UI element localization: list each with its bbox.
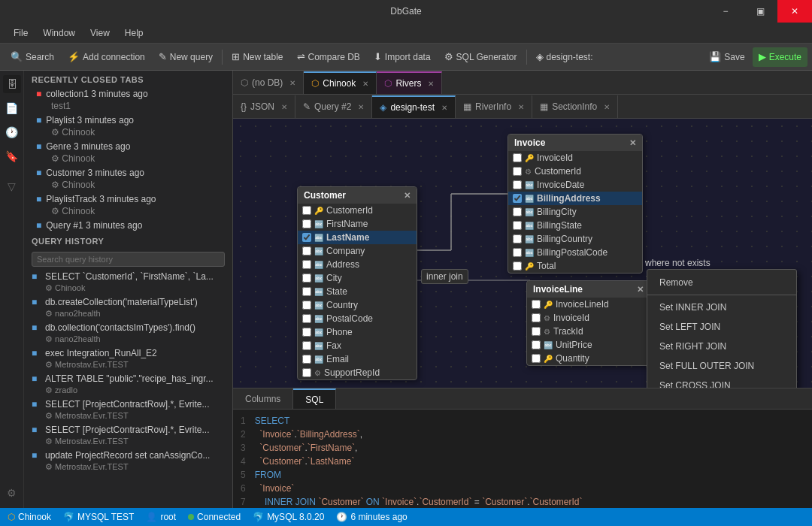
compare-db-button[interactable]: ⇌ Compare DB	[291, 47, 366, 67]
invoice-row-invoiceid[interactable]: 🔑InvoiceId	[508, 151, 642, 165]
tab-close-query2[interactable]: ✕	[358, 103, 364, 111]
maximize-button[interactable]: ▣	[743, 0, 777, 23]
menu-window[interactable]: Window	[35, 25, 83, 41]
design-canvas[interactable]: Customer ✕ 🔑CustomerId 🔤FirstName 🔤LastN…	[233, 119, 812, 388]
invoiceline-table-card[interactable]: InvoiceLine ✕ 🔑InvoiceLineId ⚙InvoiceId …	[526, 280, 650, 366]
content-tab-row: {} JSON ✕ ✎ Query #2 ✕ ◈ design-test ✕ ▦…	[233, 95, 812, 119]
history-item-1[interactable]: ■ db.createCollection('materialTypeList'…	[24, 295, 232, 309]
customer-row-fax[interactable]: 🔤Fax	[298, 339, 417, 352]
customer-row-lastname[interactable]: 🔤LastName	[298, 231, 417, 244]
history-item-3[interactable]: ■ exec Integration_RunAll_E2	[24, 346, 232, 360]
sidebar-item-customer[interactable]: ■ Customer 3 minutes ago	[24, 166, 232, 180]
invoiceline-row-invoicelineid[interactable]: 🔑InvoiceLineId	[527, 298, 650, 311]
new-table-button[interactable]: ⊞ New table	[226, 47, 289, 67]
sidebar-item-genre[interactable]: ■ Genre 3 minutes ago	[24, 140, 232, 153]
status-root[interactable]: 👤 root	[146, 512, 176, 522]
customer-row-phone[interactable]: 🔤Phone	[298, 325, 417, 339]
ctx-set-inner-join[interactable]: Set INNER JOIN	[647, 298, 796, 317]
add-connection-button[interactable]: ⚡ Add connection	[62, 47, 151, 67]
status-mysql-test[interactable]: 🐬 MYSQL TEST	[63, 512, 134, 522]
tab-nodb[interactable]: ⬡ (no DB) ✕	[233, 71, 304, 94]
import-data-button[interactable]: ⬇ Import data	[368, 47, 437, 67]
sidebar-icon-history[interactable]: 🕐	[3, 123, 21, 141]
history-item-2[interactable]: ■ db.collection('contactsImTypes').find(…	[24, 321, 232, 334]
invoice-row-billingstate[interactable]: 🔤BillingState	[508, 219, 642, 232]
tab-json[interactable]: {} JSON ✕	[233, 95, 295, 118]
sidebar-icon-bookmark[interactable]: 🔖	[3, 147, 21, 165]
history-item-0[interactable]: ■ SELECT `CustomerId`, `FirstName`, `La.…	[24, 270, 232, 283]
invoice-row-billingcountry[interactable]: 🔤BillingCountry	[508, 232, 642, 246]
customer-row-postalcode[interactable]: 🔤PostalCode	[298, 312, 417, 325]
sidebar-icon-file[interactable]: 📄	[3, 99, 21, 117]
invoiceline-row-unitprice[interactable]: 🔤UnitPrice	[527, 338, 650, 352]
tab-close-json[interactable]: ✕	[281, 103, 287, 111]
customer-row-state[interactable]: 🔤State	[298, 285, 417, 298]
customer-table-card[interactable]: Customer ✕ 🔑CustomerId 🔤FirstName 🔤LastN…	[297, 186, 417, 380]
history-item-4[interactable]: ■ ALTER TABLE "public"."recipe_has_ingr.…	[24, 372, 232, 385]
customer-row-city[interactable]: 🔤City	[298, 271, 417, 285]
tab-designtest[interactable]: ◈ design-test ✕	[372, 95, 456, 118]
status-chinook[interactable]: ⬡ Chinook	[8, 512, 51, 522]
minimize-button[interactable]: −	[708, 0, 743, 23]
menu-help[interactable]: Help	[117, 25, 151, 41]
tab-close-nodb[interactable]: ✕	[289, 79, 295, 87]
customer-row-supportrepid[interactable]: ⚙SupportRepId	[298, 366, 417, 379]
sidebar-item-playlisttrack[interactable]: ■ PlaylistTrack 3 minutes ago	[24, 192, 232, 206]
ctx-set-left-join[interactable]: Set LEFT JOIN	[647, 317, 796, 337]
sidebar-item-query1[interactable]: ■ Query #1 3 minutes ago	[24, 219, 232, 232]
invoice-row-billingaddress[interactable]: 🔤BillingAddress	[508, 192, 642, 205]
invoice-row-invoicedate[interactable]: 🔤InvoiceDate	[508, 178, 642, 192]
tab-rivers[interactable]: ⬡ Rivers ✕	[377, 71, 442, 94]
customer-row-firstname[interactable]: 🔤FirstName	[298, 217, 417, 231]
sql-tab-sql[interactable]: SQL	[293, 388, 336, 409]
menu-file[interactable]: File	[6, 25, 35, 41]
invoice-table-card[interactable]: Invoice ✕ 🔑InvoiceId ⚙CustomerId 🔤Invoic…	[508, 134, 643, 274]
sidebar-icon-db[interactable]: 🗄	[3, 75, 21, 93]
new-query-button[interactable]: ✎ New query	[153, 47, 219, 67]
customer-row-country[interactable]: 🔤Country	[298, 298, 417, 312]
tab-sectioninfo[interactable]: ▦ SectionInfo ✕	[532, 95, 618, 118]
history-item-7[interactable]: ■ update ProjectRecord set canAssignCo..…	[24, 449, 232, 462]
customer-row-company[interactable]: 🔤Company	[298, 244, 417, 258]
close-button[interactable]: ✕	[777, 0, 812, 23]
ctx-remove[interactable]: Remove	[647, 273, 796, 292]
invoice-row-billingcity[interactable]: 🔤BillingCity	[508, 205, 642, 219]
invoice-row-billingpostalcode[interactable]: 🔤BillingPostalCode	[508, 246, 642, 259]
ctx-set-full-outer-join[interactable]: Set FULL OUTER JOIN	[647, 356, 796, 376]
search-history-input[interactable]	[32, 252, 225, 267]
tab-close-riverinfo[interactable]: ✕	[518, 103, 524, 111]
invoiceline-row-trackid[interactable]: ⚙TrackId	[527, 325, 650, 338]
history-item-5[interactable]: ■ SELECT [ProjectContractRow].*, Evrite.…	[24, 398, 232, 411]
customer-row-email[interactable]: 🔤Email	[298, 352, 417, 366]
sidebar-icon-funnel[interactable]: ▽	[3, 177, 21, 195]
tab-chinook[interactable]: ⬡ Chinook ✕	[304, 71, 377, 94]
sql-tab-columns[interactable]: Columns	[233, 388, 293, 409]
invoice-row-total[interactable]: 🔑Total	[508, 259, 642, 273]
customer-table-close[interactable]: ✕	[404, 191, 411, 201]
invoiceline-table-close[interactable]: ✕	[637, 285, 644, 295]
tab-close-sectioninfo[interactable]: ✕	[604, 103, 610, 111]
design-test-button[interactable]: ◈ design-test:	[530, 47, 599, 67]
invoice-row-customerid[interactable]: ⚙CustomerId	[508, 165, 642, 178]
history-item-6[interactable]: ■ SELECT [ProjectContractRow].*, Evrite.…	[24, 423, 232, 437]
tab-close-designtest[interactable]: ✕	[441, 104, 447, 112]
execute-button[interactable]: ▶ Execute	[753, 47, 807, 67]
sidebar-item-collection1[interactable]: ■ collection1 3 minutes ago	[24, 87, 232, 101]
tab-query2[interactable]: ✎ Query #2 ✕	[295, 95, 372, 118]
sql-generator-button[interactable]: ⚙ SQL Generator	[438, 47, 523, 67]
search-button[interactable]: 🔍 Search	[5, 47, 60, 67]
tab-close-rivers[interactable]: ✕	[428, 80, 434, 88]
sidebar-icon-settings[interactable]: ⚙	[3, 484, 21, 502]
ctx-set-right-join[interactable]: Set RIGHT JOIN	[647, 337, 796, 356]
invoiceline-row-invoiceid[interactable]: ⚙InvoiceId	[527, 311, 650, 325]
invoice-table-close[interactable]: ✕	[629, 138, 636, 148]
sidebar-item-playlist[interactable]: ■ Playlist 3 minutes ago	[24, 113, 232, 127]
ctx-set-cross-join[interactable]: Set CROSS JOIN	[647, 376, 796, 388]
tab-close-chinook[interactable]: ✕	[362, 80, 368, 88]
customer-row-customerid[interactable]: 🔑CustomerId	[298, 204, 417, 217]
tab-riverinfo[interactable]: ▦ RiverInfo ✕	[456, 95, 532, 118]
save-button[interactable]: 💾 Save	[703, 47, 750, 67]
menu-view[interactable]: View	[83, 25, 117, 41]
invoiceline-row-quantity[interactable]: 🔑Quantity	[527, 352, 650, 365]
customer-row-address[interactable]: 🔤Address	[298, 258, 417, 271]
